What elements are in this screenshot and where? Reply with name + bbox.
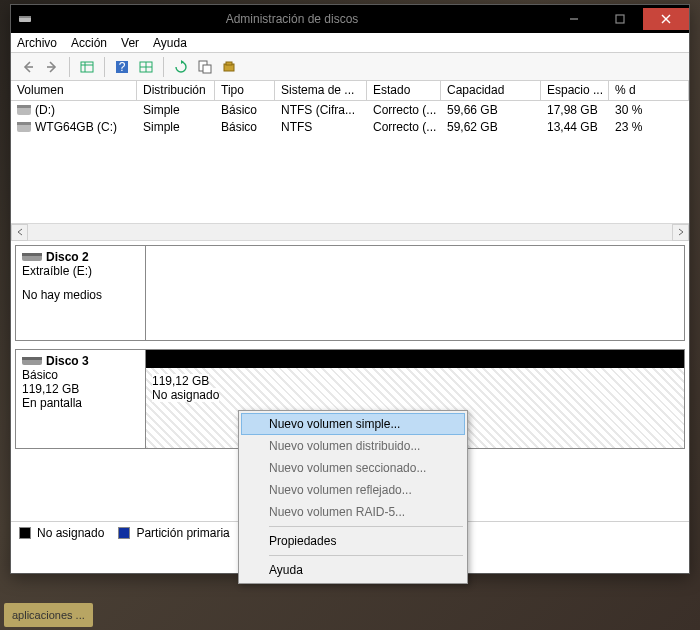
col-estado[interactable]: Estado bbox=[367, 81, 441, 100]
titlebar[interactable]: Administración de discos bbox=[11, 5, 689, 33]
menu-new-striped-volume: Nuevo volumen seccionado... bbox=[241, 457, 465, 479]
menu-accion[interactable]: Acción bbox=[71, 36, 107, 50]
menu-new-mirrored-volume: Nuevo volumen reflejado... bbox=[241, 479, 465, 501]
vol-name: (D:) bbox=[35, 103, 55, 117]
volume-row[interactable]: (D:) Simple Básico NTFS (Cifra... Correc… bbox=[11, 101, 689, 118]
taskbar: aplicaciones ... bbox=[0, 600, 700, 630]
vol-capacity: 59,66 GB bbox=[441, 103, 541, 117]
disk3-kind: Básico bbox=[22, 368, 139, 382]
unallocated-header bbox=[146, 350, 684, 368]
toolbar-view-icon[interactable] bbox=[76, 56, 98, 78]
partition-status: No asignado bbox=[152, 388, 219, 402]
svg-rect-1 bbox=[19, 16, 31, 18]
legend-swatch-primary bbox=[118, 527, 130, 539]
maximize-button[interactable] bbox=[597, 8, 643, 30]
disk3-size: 119,12 GB bbox=[22, 382, 139, 396]
vol-fs: NTFS (Cifra... bbox=[275, 103, 367, 117]
col-volumen[interactable]: Volumen bbox=[11, 81, 137, 100]
vol-type: Básico bbox=[215, 103, 275, 117]
col-distribucion[interactable]: Distribución bbox=[137, 81, 215, 100]
volumes-pane: Volumen Distribución Tipo Sistema de ...… bbox=[11, 81, 689, 241]
removable-disk-icon bbox=[22, 251, 42, 263]
svg-rect-15 bbox=[203, 65, 211, 73]
svg-rect-21 bbox=[17, 122, 31, 125]
volumes-rows: (D:) Simple Básico NTFS (Cifra... Correc… bbox=[11, 101, 689, 223]
vol-fs: NTFS bbox=[275, 120, 367, 134]
disk2-status: No hay medios bbox=[22, 288, 139, 302]
disk3-name: Disco 3 bbox=[46, 354, 89, 368]
svg-rect-6 bbox=[81, 62, 93, 72]
disk2-block[interactable]: Disco 2 Extraíble (E:) No hay medios bbox=[15, 245, 685, 341]
col-tipo[interactable]: Tipo bbox=[215, 81, 275, 100]
help-icon[interactable]: ? bbox=[111, 56, 133, 78]
refresh-icon[interactable] bbox=[170, 56, 192, 78]
menu-properties[interactable]: Propiedades bbox=[241, 530, 465, 552]
svg-rect-3 bbox=[616, 15, 624, 23]
legend-primary: Partición primaria bbox=[136, 526, 229, 540]
hscrollbar[interactable] bbox=[11, 223, 689, 241]
scroll-left-icon[interactable] bbox=[11, 224, 28, 241]
vol-name: WTG64GB (C:) bbox=[35, 120, 117, 134]
menu-new-simple-volume[interactable]: Nuevo volumen simple... bbox=[241, 413, 465, 435]
basic-disk-icon bbox=[22, 355, 42, 367]
close-button[interactable] bbox=[643, 8, 689, 30]
minimize-button[interactable] bbox=[551, 8, 597, 30]
taskbar-item[interactable]: aplicaciones ... bbox=[4, 603, 93, 627]
svg-rect-25 bbox=[22, 357, 42, 360]
properties-icon[interactable] bbox=[194, 56, 216, 78]
col-sistema[interactable]: Sistema de ... bbox=[275, 81, 367, 100]
back-button[interactable] bbox=[17, 56, 39, 78]
vol-pct: 23 % bbox=[609, 120, 689, 134]
col-espacio[interactable]: Espacio ... bbox=[541, 81, 609, 100]
menu-archivo[interactable]: Archivo bbox=[17, 36, 57, 50]
menu-separator bbox=[269, 526, 463, 527]
svg-rect-19 bbox=[17, 105, 31, 108]
menu-separator bbox=[269, 555, 463, 556]
disk3-status: En pantalla bbox=[22, 396, 139, 410]
col-pct[interactable]: % d bbox=[609, 81, 689, 100]
vol-layout: Simple bbox=[137, 103, 215, 117]
menu-new-spanned-volume: Nuevo volumen distribuido... bbox=[241, 435, 465, 457]
vol-type: Básico bbox=[215, 120, 275, 134]
menu-new-raid5-volume: Nuevo volumen RAID-5... bbox=[241, 501, 465, 523]
volumes-header-row: Volumen Distribución Tipo Sistema de ...… bbox=[11, 81, 689, 101]
window-title: Administración de discos bbox=[33, 12, 551, 26]
disk2-kind: Extraíble (E:) bbox=[22, 264, 139, 278]
volume-row[interactable]: WTG64GB (C:) Simple Básico NTFS Correcto… bbox=[11, 118, 689, 135]
svg-rect-17 bbox=[226, 62, 232, 65]
settings-icon[interactable] bbox=[218, 56, 240, 78]
svg-rect-23 bbox=[22, 253, 42, 256]
menu-help[interactable]: Ayuda bbox=[241, 559, 465, 581]
vol-capacity: 59,62 GB bbox=[441, 120, 541, 134]
disk2-parts bbox=[146, 246, 684, 340]
menu-ayuda[interactable]: Ayuda bbox=[153, 36, 187, 50]
disk3-info: Disco 3 Básico 119,12 GB En pantalla bbox=[16, 350, 146, 448]
drive-icon bbox=[17, 105, 31, 115]
legend-unalloc: No asignado bbox=[37, 526, 104, 540]
svg-text:?: ? bbox=[119, 60, 126, 74]
scroll-right-icon[interactable] bbox=[672, 224, 689, 241]
vol-free: 13,44 GB bbox=[541, 120, 609, 134]
forward-button[interactable] bbox=[41, 56, 63, 78]
app-icon bbox=[17, 11, 33, 27]
col-capacidad[interactable]: Capacidad bbox=[441, 81, 541, 100]
toolbar: ? bbox=[11, 53, 689, 81]
menu-ver[interactable]: Ver bbox=[121, 36, 139, 50]
disk2-info: Disco 2 Extraíble (E:) No hay medios bbox=[16, 246, 146, 340]
context-menu: Nuevo volumen simple... Nuevo volumen di… bbox=[238, 410, 468, 584]
vol-free: 17,98 GB bbox=[541, 103, 609, 117]
menubar: Archivo Acción Ver Ayuda bbox=[11, 33, 689, 53]
vol-status: Correcto (... bbox=[367, 103, 441, 117]
vol-status: Correcto (... bbox=[367, 120, 441, 134]
drive-icon bbox=[17, 122, 31, 132]
vol-layout: Simple bbox=[137, 120, 215, 134]
partition-size: 119,12 GB bbox=[152, 374, 209, 388]
disk2-name: Disco 2 bbox=[46, 250, 89, 264]
toolbar-grid-icon[interactable] bbox=[135, 56, 157, 78]
legend-swatch-unalloc bbox=[19, 527, 31, 539]
vol-pct: 30 % bbox=[609, 103, 689, 117]
